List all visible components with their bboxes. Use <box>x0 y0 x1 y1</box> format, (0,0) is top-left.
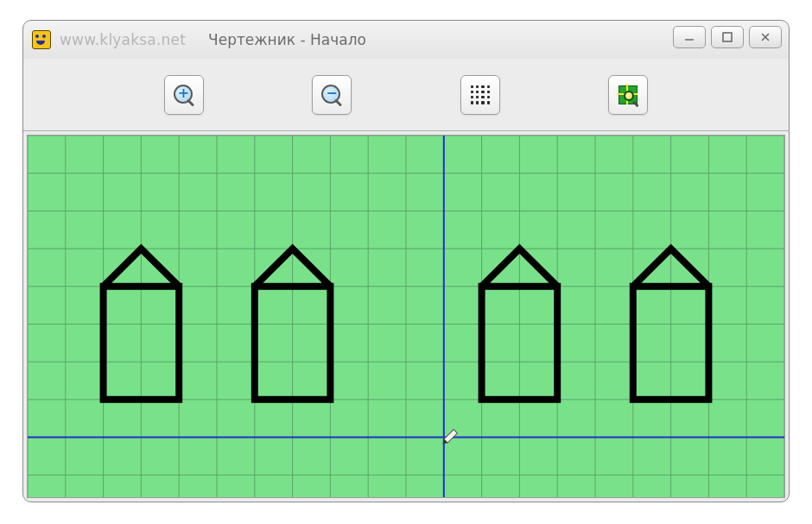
app-window: www.klyaksa.net Чертежник - Начало + − <box>22 20 790 502</box>
canvas-svg <box>28 136 784 497</box>
zoom-in-icon: + <box>172 83 196 107</box>
grid-toggle-button[interactable] <box>460 75 500 115</box>
maximize-button[interactable] <box>711 26 744 48</box>
window-title: Чертежник - Начало <box>208 31 366 48</box>
zoom-out-button[interactable]: − <box>312 75 352 115</box>
zoom-in-button[interactable]: + <box>164 75 204 115</box>
minimize-icon <box>683 31 695 43</box>
close-icon <box>759 31 771 43</box>
toolbar: + − <box>23 59 789 131</box>
svg-rect-1 <box>723 33 732 41</box>
minimize-button[interactable] <box>673 26 706 48</box>
grid-icon <box>469 84 492 106</box>
title-url: www.klyaksa.net <box>60 31 186 48</box>
app-icon <box>32 30 51 49</box>
window-button-group <box>673 26 782 48</box>
drawing-canvas[interactable] <box>27 135 785 498</box>
title-bar: www.klyaksa.net Чертежник - Начало <box>23 21 789 59</box>
close-button[interactable] <box>749 26 782 48</box>
crosshair-icon <box>616 83 640 107</box>
find-origin-button[interactable] <box>608 75 648 115</box>
zoom-out-icon: − <box>320 83 344 107</box>
maximize-icon <box>721 31 733 43</box>
